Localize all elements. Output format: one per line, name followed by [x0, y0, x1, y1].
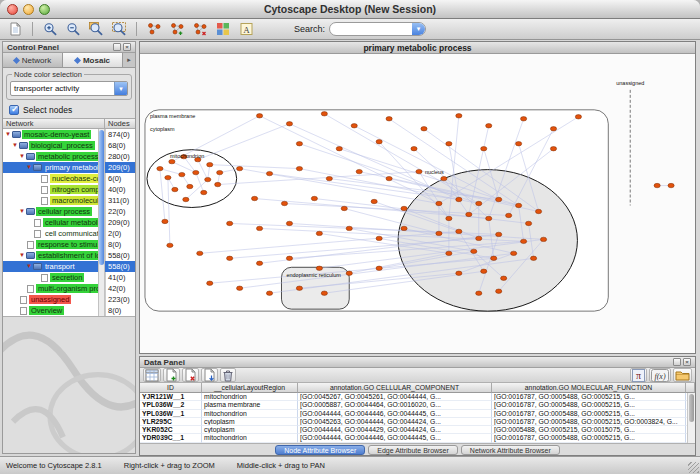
tab-edge-attribute-browser[interactable]: Edge Attribute Browser — [368, 445, 458, 455]
zoom-in-icon[interactable] — [40, 21, 60, 38]
network-overview-thumbnail[interactable] — [3, 316, 135, 453]
import-attributes-icon[interactable] — [201, 368, 218, 382]
network-node[interactable] — [575, 115, 581, 119]
network-node[interactable] — [446, 216, 452, 220]
network-node[interactable] — [516, 142, 522, 146]
network-node[interactable] — [476, 201, 482, 205]
network-node[interactable] — [256, 226, 262, 230]
table-cell[interactable]: [GO:0016787, GO:0005488, GO:0005215, G..… — [492, 434, 686, 442]
node-color-dropdown[interactable]: transporter activity ▼ — [10, 81, 128, 96]
network-node[interactable] — [316, 231, 322, 235]
network-node[interactable] — [162, 219, 168, 223]
network-node[interactable] — [316, 266, 322, 270]
window-titlebar[interactable]: Cytoscape Desktop (New Session) — [0, 0, 700, 19]
tree-row[interactable]: response to stimu...8(0) — [3, 239, 135, 250]
open-attribute-file-icon[interactable] — [673, 368, 692, 382]
network-view-titlebar[interactable]: primary metabolic process — [140, 42, 695, 54]
tree-row[interactable]: ▼biological_process68(0) — [3, 140, 135, 151]
network-node[interactable] — [481, 269, 487, 273]
vizmapper-icon[interactable] — [213, 21, 233, 38]
zoom-window-button[interactable] — [39, 4, 50, 15]
network-node[interactable] — [165, 175, 171, 179]
network-node[interactable] — [256, 261, 262, 265]
network-node[interactable] — [237, 286, 243, 290]
zoom-out-icon[interactable] — [63, 21, 83, 38]
network-node[interactable] — [491, 256, 497, 260]
tree-expander-icon[interactable]: ▼ — [19, 151, 26, 162]
create-network-view-icon[interactable] — [167, 21, 187, 38]
annotation-icon[interactable]: A — [236, 21, 256, 38]
network-node[interactable] — [346, 271, 352, 275]
network-node[interactable] — [436, 231, 442, 235]
network-node[interactable] — [193, 170, 199, 174]
network-node[interactable] — [436, 201, 442, 205]
network-node[interactable] — [411, 146, 417, 150]
data-panel-float-icon[interactable] — [673, 358, 681, 366]
network-node[interactable] — [376, 140, 382, 144]
minimize-window-button[interactable] — [23, 4, 34, 15]
network-node[interactable] — [286, 122, 292, 126]
network-node[interactable] — [217, 170, 223, 174]
tree-scrollbar[interactable] — [98, 129, 105, 316]
table-cell[interactable]: mitochondrion — [202, 410, 298, 418]
close-window-button[interactable] — [7, 4, 18, 15]
network-node[interactable] — [326, 176, 332, 180]
tree-row[interactable]: nucleobase-cont...6(0) — [3, 173, 135, 184]
network-node[interactable] — [446, 251, 452, 255]
select-attributes-icon[interactable] — [143, 368, 161, 382]
network-node[interactable] — [356, 169, 362, 173]
network-node[interactable] — [441, 176, 447, 180]
network-overview-icon[interactable] — [144, 21, 164, 38]
tree-row[interactable]: ▼metabolic process280(0) — [3, 151, 135, 162]
network-node[interactable] — [486, 216, 492, 220]
network-node[interactable] — [201, 190, 207, 194]
table-cell[interactable]: YDR039C__1 — [140, 434, 202, 442]
network-node[interactable] — [516, 203, 522, 207]
resize-grip[interactable] — [688, 462, 699, 473]
network-node[interactable] — [341, 206, 347, 210]
tree-row[interactable]: ▼transport558(0) — [3, 261, 135, 272]
tree-row[interactable]: ▼primary metabolic ...209(0) — [3, 162, 135, 173]
network-node[interactable] — [668, 183, 674, 187]
network-node[interactable] — [167, 243, 173, 247]
data-panel-close-icon[interactable]: × — [683, 358, 691, 366]
network-node[interactable] — [207, 162, 213, 166]
table-cell[interactable]: [GO:0044444, GO:0044446, GO:0044445, G..… — [298, 434, 492, 442]
delete-attribute-icon[interactable] — [182, 368, 199, 382]
table-cell[interactable]: cytoplasm — [202, 426, 298, 434]
column-header[interactable]: ID — [140, 383, 202, 393]
table-cell[interactable]: [GO:0005887, GO:0044464, GO:0016020, G..… — [298, 401, 492, 409]
control-panel-float-icon[interactable] — [113, 43, 121, 51]
tree-row[interactable]: unassigned223(0) — [3, 294, 135, 305]
network-node[interactable] — [205, 177, 211, 181]
table-cell[interactable]: [GO:0045267, GO:0045261, GO:0044444, G..… — [298, 393, 492, 401]
network-node[interactable] — [446, 142, 452, 146]
network-node[interactable] — [530, 256, 536, 260]
network-node[interactable] — [550, 127, 556, 131]
network-node[interactable] — [521, 239, 527, 243]
network-node[interactable] — [169, 159, 175, 163]
table-cell[interactable]: [GO:0045263, GO:0044444, GO:0044424, G..… — [298, 418, 492, 426]
table-cell[interactable]: YPL036W__2 — [140, 401, 202, 409]
tree-expander-icon[interactable]: ▼ — [26, 261, 33, 272]
function-icon[interactable]: f(x) — [649, 368, 671, 382]
network-node[interactable] — [496, 289, 502, 293]
tab-network-attribute-browser[interactable]: Network Attribute Browser — [461, 445, 560, 455]
tab-scroll-right-icon[interactable]: ▸ — [123, 53, 135, 67]
network-node[interactable] — [376, 266, 382, 270]
search-input[interactable] — [330, 23, 412, 35]
tree-row[interactable]: secretion41(0) — [3, 272, 135, 283]
tree-expander-icon[interactable]: ▼ — [19, 206, 26, 217]
network-node[interactable] — [321, 112, 327, 116]
network-node[interactable] — [456, 271, 462, 275]
network-node[interactable] — [386, 176, 392, 180]
network-node[interactable] — [251, 196, 257, 200]
table-cell[interactable]: [GO:0016787, GO:0005488, GO:0005215, GO:… — [492, 418, 686, 426]
network-node[interactable] — [526, 221, 532, 225]
network-node[interactable] — [540, 237, 546, 241]
tree-row[interactable]: macromolecule ...311(0) — [3, 195, 135, 206]
table-cell[interactable]: cytoplasm — [202, 418, 298, 426]
network-canvas[interactable]: plasma membranecytoplasmmitochondrionnuc… — [140, 54, 695, 353]
tree-row[interactable]: cellular metaboli...209(0) — [3, 217, 135, 228]
network-node[interactable] — [183, 197, 189, 201]
